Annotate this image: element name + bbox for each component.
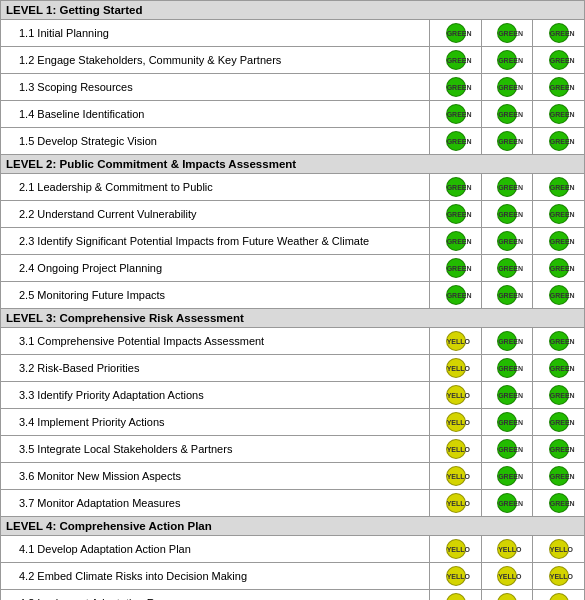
- item-label-1.3: 1.3 Scoping Resources: [1, 74, 430, 101]
- dot-cell-2.1-col2: GREEN: [481, 174, 533, 201]
- dot-green-icon: GREEN: [549, 258, 569, 278]
- dot-cell-3.7-col2: GREEN: [481, 490, 533, 517]
- item-label-1.1: 1.1 Initial Planning: [1, 20, 430, 47]
- dot-label: GREEN: [550, 24, 568, 44]
- dot-cell-1.2-col2: GREEN: [481, 47, 533, 74]
- dot-green-icon: GREEN: [549, 231, 569, 251]
- table-row: 1.5 Develop Strategic VisionGREENGREENGR…: [1, 128, 585, 155]
- dot-green-icon: GREEN: [497, 258, 517, 278]
- dot-label: GREEN: [498, 105, 516, 125]
- dot-green-icon: GREEN: [497, 285, 517, 305]
- dot-label: GREEN: [498, 78, 516, 98]
- dot-label: GREEN: [447, 105, 465, 125]
- level-header-level4: LEVEL 4: Comprehensive Action Plan: [1, 517, 585, 536]
- dot-green-icon: GREEN: [549, 385, 569, 405]
- dot-green-icon: GREEN: [497, 412, 517, 432]
- dot-cell-2.3-col2: GREEN: [481, 228, 533, 255]
- level-header-level1: LEVEL 1: Getting Started: [1, 1, 585, 20]
- dot-cell-4.1-col1: YELLO: [430, 536, 482, 563]
- dot-cell-2.4-col3: GREEN: [533, 255, 585, 282]
- dot-cell-3.6-col1: YELLO: [430, 463, 482, 490]
- dot-green-icon: GREEN: [549, 131, 569, 151]
- dot-green-icon: GREEN: [549, 331, 569, 351]
- dot-green-icon: GREEN: [497, 385, 517, 405]
- dot-yellow-icon: YELLO: [497, 566, 517, 586]
- dot-label: YELLO: [447, 386, 465, 406]
- dot-green-icon: GREEN: [549, 104, 569, 124]
- table-row: 2.1 Leadership & Commitment to PublicGRE…: [1, 174, 585, 201]
- level-header-level3: LEVEL 3: Comprehensive Risk Assessment: [1, 309, 585, 328]
- dot-label: GREEN: [550, 232, 568, 252]
- dot-label: YELLO: [447, 467, 465, 487]
- dot-cell-1.4-col1: GREEN: [430, 101, 482, 128]
- dot-green-icon: GREEN: [549, 285, 569, 305]
- dot-yellow-icon: YELLO: [446, 539, 466, 559]
- dot-green-icon: GREEN: [549, 77, 569, 97]
- dot-label: GREEN: [550, 51, 568, 71]
- dot-label: GREEN: [498, 494, 516, 514]
- dot-label: GREEN: [498, 386, 516, 406]
- dot-green-icon: GREEN: [497, 131, 517, 151]
- dot-label: YELLO: [447, 594, 465, 600]
- dot-green-icon: GREEN: [497, 23, 517, 43]
- dot-yellow-icon: YELLO: [497, 539, 517, 559]
- dot-green-icon: GREEN: [549, 358, 569, 378]
- dot-yellow-icon: YELLO: [446, 358, 466, 378]
- dot-cell-2.2-col1: GREEN: [430, 201, 482, 228]
- dot-cell-3.3-col1: YELLO: [430, 382, 482, 409]
- dot-cell-1.3-col2: GREEN: [481, 74, 533, 101]
- dot-label: GREEN: [550, 494, 568, 514]
- dot-label: GREEN: [550, 105, 568, 125]
- dot-label: YELLO: [447, 332, 465, 352]
- dot-label: GREEN: [498, 205, 516, 225]
- table-row: 2.3 Identify Significant Potential Impac…: [1, 228, 585, 255]
- dot-green-icon: GREEN: [549, 204, 569, 224]
- table-row: 3.4 Implement Priority ActionsYELLOGREEN…: [1, 409, 585, 436]
- dot-label: GREEN: [498, 286, 516, 306]
- table-row: 2.4 Ongoing Project PlanningGREENGREENGR…: [1, 255, 585, 282]
- item-label-1.4: 1.4 Baseline Identification: [1, 101, 430, 128]
- dot-label: GREEN: [498, 413, 516, 433]
- dot-green-icon: GREEN: [497, 177, 517, 197]
- dot-cell-3.2-col2: GREEN: [481, 355, 533, 382]
- dot-cell-2.4-col1: GREEN: [430, 255, 482, 282]
- item-label-1.2: 1.2 Engage Stakeholders, Community & Key…: [1, 47, 430, 74]
- item-label-2.1: 2.1 Leadership & Commitment to Public: [1, 174, 430, 201]
- item-label-1.5: 1.5 Develop Strategic Vision: [1, 128, 430, 155]
- table-row: 3.1 Comprehensive Potential Impacts Asse…: [1, 328, 585, 355]
- dot-cell-3.1-col1: YELLO: [430, 328, 482, 355]
- dot-cell-2.5-col3: GREEN: [533, 282, 585, 309]
- dot-cell-1.5-col3: GREEN: [533, 128, 585, 155]
- dot-label: GREEN: [447, 205, 465, 225]
- dot-cell-2.1-col1: GREEN: [430, 174, 482, 201]
- dot-cell-4.3-col2: YELLO: [481, 590, 533, 601]
- dot-green-icon: GREEN: [497, 331, 517, 351]
- dot-green-icon: GREEN: [446, 177, 466, 197]
- dot-label: GREEN: [498, 178, 516, 198]
- item-label-2.5: 2.5 Monitoring Future Impacts: [1, 282, 430, 309]
- dot-green-icon: GREEN: [446, 23, 466, 43]
- dot-label: YELLO: [550, 594, 568, 600]
- dot-label: YELLO: [498, 540, 516, 560]
- table-row: 3.6 Monitor New Mission AspectsYELLOGREE…: [1, 463, 585, 490]
- item-label-4.3: 4.3 Implement Adaptation Responses: [1, 590, 430, 601]
- dot-label: GREEN: [550, 259, 568, 279]
- dot-green-icon: GREEN: [446, 258, 466, 278]
- dot-label: GREEN: [498, 132, 516, 152]
- item-label-3.4: 3.4 Implement Priority Actions: [1, 409, 430, 436]
- dot-cell-3.3-col3: GREEN: [533, 382, 585, 409]
- dot-cell-1.2-col1: GREEN: [430, 47, 482, 74]
- dot-label: YELLO: [550, 567, 568, 587]
- dot-label: GREEN: [550, 440, 568, 460]
- dot-cell-4.1-col2: YELLO: [481, 536, 533, 563]
- table-row: 1.3 Scoping ResourcesGREENGREENGREEN: [1, 74, 585, 101]
- dot-green-icon: GREEN: [549, 466, 569, 486]
- dot-yellow-icon: YELLO: [549, 566, 569, 586]
- dot-cell-3.2-col3: GREEN: [533, 355, 585, 382]
- dot-label: GREEN: [498, 359, 516, 379]
- dot-green-icon: GREEN: [497, 204, 517, 224]
- dot-cell-1.4-col2: GREEN: [481, 101, 533, 128]
- dot-cell-3.5-col3: GREEN: [533, 436, 585, 463]
- dot-label: GREEN: [498, 259, 516, 279]
- dot-green-icon: GREEN: [497, 439, 517, 459]
